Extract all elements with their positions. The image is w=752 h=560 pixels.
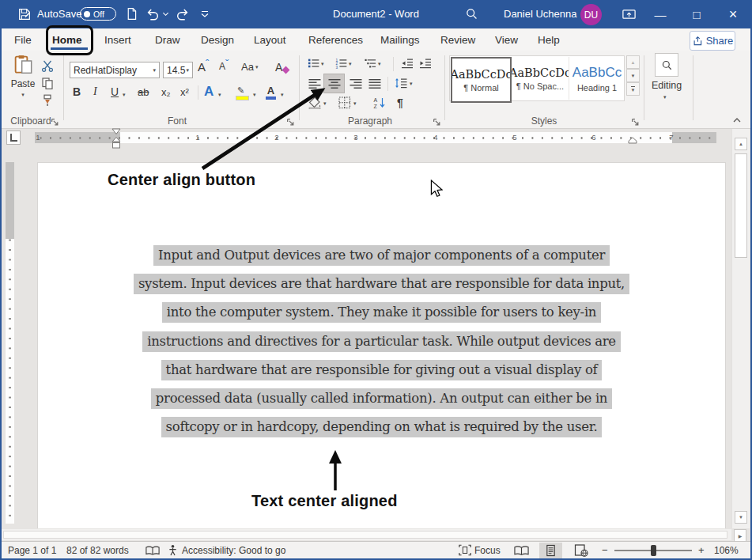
tab-draw[interactable]: Draw [152, 28, 183, 51]
maximize-button[interactable]: □ [681, 0, 712, 28]
tab-layout[interactable]: Layout [251, 28, 289, 51]
font-color-button[interactable]: A [266, 85, 276, 100]
tab-selector[interactable] [6, 131, 21, 145]
web-layout-icon[interactable] [574, 544, 588, 557]
avatar[interactable]: DU [580, 4, 602, 25]
search-icon[interactable] [465, 7, 478, 21]
selected-text-line[interactable]: instructions and directives for a partic… [142, 331, 621, 352]
user-name[interactable]: Daniel Uchenna [504, 8, 577, 20]
numbering-caret-icon[interactable]: ▾ [349, 61, 352, 66]
show-hide-pilcrow-button[interactable]: ¶ [397, 96, 403, 109]
font-dialog-launcher-icon[interactable] [286, 118, 295, 127]
tab-review[interactable]: Review [437, 28, 478, 51]
tab-view[interactable]: View [492, 28, 521, 51]
format-painter-icon[interactable] [41, 94, 54, 107]
bullets-icon[interactable] [308, 58, 319, 69]
tab-file[interactable]: File [11, 28, 35, 51]
align-left-icon[interactable] [308, 78, 321, 89]
align-center-button-selected[interactable] [323, 74, 345, 93]
selected-text-line[interactable]: system. Input devices are that hardware … [134, 274, 629, 294]
line-spacing-caret-icon[interactable]: ▾ [410, 81, 413, 86]
collapse-ribbon-icon[interactable] [732, 117, 742, 123]
editing-caret-icon[interactable]: ▾ [663, 94, 667, 100]
styles-scroll-down-button[interactable]: ▼ [626, 69, 640, 82]
increase-indent-icon[interactable] [419, 58, 432, 69]
align-right-icon[interactable] [350, 78, 362, 89]
tab-help[interactable]: Help [535, 28, 563, 51]
zoom-level[interactable]: 106% [714, 545, 739, 556]
share-button[interactable]: Share [690, 31, 735, 51]
scroll-down-icon[interactable]: ▼ [735, 511, 747, 524]
borders-caret-icon[interactable]: ▾ [353, 100, 357, 106]
copy-icon[interactable] [41, 77, 54, 89]
multilevel-caret-icon[interactable]: ▾ [378, 61, 381, 66]
right-indent-marker-icon[interactable] [628, 137, 637, 144]
selected-text-line[interactable]: processed data (usually called informati… [151, 388, 612, 409]
horizontal-scroll-thumb[interactable] [3, 531, 727, 539]
styles-more-button[interactable]: ▼ [626, 82, 640, 96]
page-indicator[interactable]: Page 1 of 1 [8, 545, 56, 556]
selected-text-line[interactable]: that hardware that are responsible for g… [161, 360, 603, 380]
highlight-color-button[interactable]: ✎ [236, 85, 249, 100]
tab-design[interactable]: Design [198, 28, 237, 51]
print-layout-selected[interactable] [539, 543, 562, 558]
line-spacing-icon[interactable] [395, 78, 407, 89]
bullets-caret-icon[interactable]: ▾ [321, 61, 324, 66]
proofing-icon[interactable] [145, 545, 160, 556]
horizontal-scrollbar[interactable] [2, 529, 731, 540]
shading-icon[interactable] [308, 96, 321, 109]
selected-text-line[interactable]: softcopy or in hardcopy, depending on wh… [161, 417, 603, 437]
font-size-select[interactable]: 14.5 ▾ [163, 62, 193, 78]
font-family-select[interactable]: RedHatDisplay ▾ [70, 62, 160, 78]
clear-formatting-button[interactable]: A [275, 61, 289, 74]
sort-icon[interactable] [373, 96, 386, 109]
styles-dialog-launcher-icon[interactable] [631, 118, 640, 127]
change-case-button[interactable]: Aa ▾ [241, 61, 258, 73]
decrease-indent-icon[interactable] [401, 58, 414, 69]
selected-text-line[interactable]: Input and Output devices are two of majo… [153, 245, 610, 266]
strikethrough-button[interactable]: ab [138, 86, 149, 98]
word-count[interactable]: 82 of 82 words [66, 545, 129, 556]
minimize-button[interactable]: — [644, 0, 676, 28]
clipboard-dialog-launcher-icon[interactable] [51, 118, 59, 127]
bold-button[interactable]: B [73, 85, 81, 98]
style-normal[interactable]: AaBbCcDc ¶ Normal [451, 57, 512, 103]
tab-insert[interactable]: Insert [101, 28, 134, 51]
subscript-button[interactable]: x₂ [161, 86, 171, 98]
cut-icon[interactable] [41, 59, 54, 72]
accessibility-status[interactable]: Accessibility: Good to go [182, 545, 285, 556]
shading-caret-icon[interactable]: ▾ [323, 100, 327, 106]
grow-font-button[interactable]: A ˆ [198, 60, 209, 74]
focus-label[interactable]: Focus [474, 545, 501, 556]
zoom-slider-handle[interactable] [651, 545, 656, 556]
read-mode-icon[interactable] [514, 545, 529, 556]
font-color-caret-icon[interactable]: ▾ [281, 92, 284, 97]
style-heading-1[interactable]: AaBbCc Heading 1 [571, 57, 623, 100]
editing-button[interactable] [655, 53, 678, 77]
underline-caret-icon[interactable]: ▾ [123, 92, 126, 97]
focus-icon[interactable] [459, 544, 471, 556]
borders-icon[interactable] [338, 96, 351, 109]
zoom-in-button[interactable]: + [698, 544, 705, 556]
style-no-spacing[interactable]: AaBbCcDc ¶ No Spac... [512, 57, 569, 100]
ribbon-display-options-icon[interactable] [622, 8, 637, 21]
text-effects-button[interactable]: A [204, 84, 214, 100]
zoom-out-button[interactable]: − [602, 544, 608, 556]
selected-text-line[interactable]: into the computer system. They make it p… [162, 302, 601, 323]
shrink-font-button[interactable]: A ˇ [219, 61, 229, 72]
multilevel-list-icon[interactable] [365, 58, 376, 69]
align-justify-icon[interactable] [368, 78, 381, 89]
paste-button[interactable]: Paste ▾ [8, 55, 38, 112]
v-ruler[interactable] [6, 162, 14, 524]
underline-button[interactable]: U [111, 85, 119, 98]
paragraph-dialog-launcher-icon[interactable] [433, 118, 441, 127]
close-button[interactable]: × [717, 0, 749, 28]
numbering-icon[interactable] [335, 58, 347, 69]
vertical-scroll-thumb[interactable] [735, 153, 747, 258]
highlight-caret-icon[interactable]: ▾ [253, 92, 256, 97]
h-ruler[interactable]: 11234567 [35, 132, 716, 143]
italic-button[interactable]: I [93, 85, 97, 98]
tab-references[interactable]: References [305, 28, 366, 51]
superscript-button[interactable]: x² [180, 86, 189, 98]
accessibility-icon[interactable] [168, 544, 177, 556]
